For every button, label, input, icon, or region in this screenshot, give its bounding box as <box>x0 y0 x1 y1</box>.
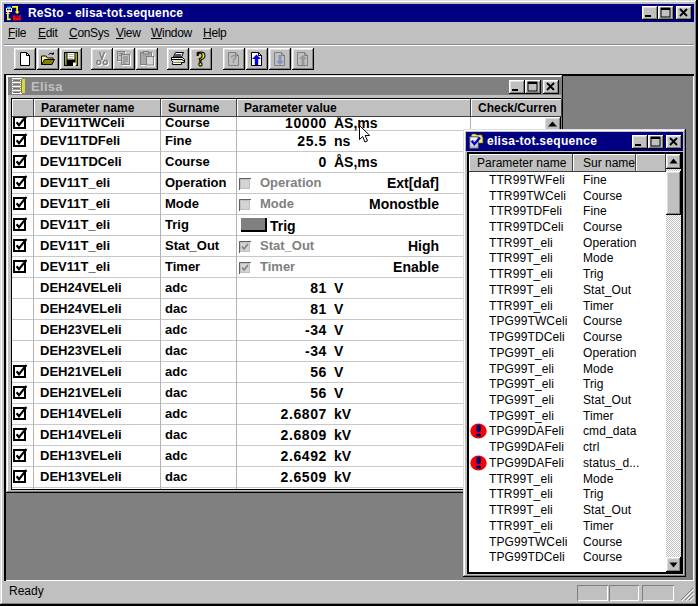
svg-text:?: ? <box>196 51 206 67</box>
svg-text:?: ? <box>230 53 237 65</box>
